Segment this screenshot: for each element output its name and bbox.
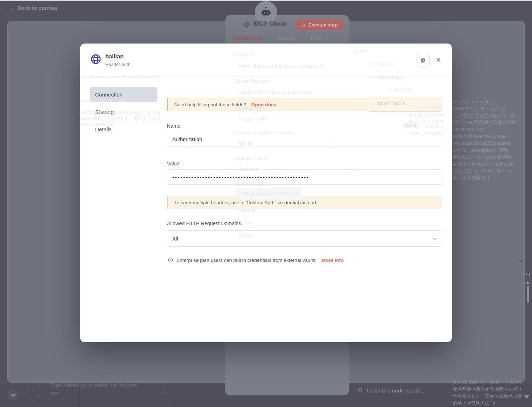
ghost-text: Fixed <box>403 123 419 128</box>
credential-menu-details[interactable]: Details <box>90 122 157 137</box>
scroll-down-arrow-icon[interactable] <box>524 395 529 399</box>
window-top-edge <box>0 0 532 1</box>
ghost-text: Server Transport <box>234 78 271 84</box>
help-notice-text: Need help filling out these fields? <box>174 102 246 107</box>
bottom-bar-divider <box>79 384 79 407</box>
clipped-item-count: em <box>523 271 530 277</box>
credential-edit-modal: bailian Header Auth × ConnectionSharingD… <box>80 44 452 342</box>
json-line: 载无水印视频"\n } <box>453 174 525 181</box>
app-canvas: ← Back to canvas INPUT MappingFrom AI Sc… <box>0 0 532 407</box>
ghost-text: ≡ response <box>370 61 394 66</box>
credential-menu: ConnectionSharingDetails <box>90 87 157 139</box>
output-json-fragment-bottom: 女人最顶级的养生就是一个人住#女性智慧 #懒人元气指南 #内容过于真实 #女人一… <box>453 379 522 407</box>
json-line: 智慧人生",\n "usage_tip": "可 <box>453 167 525 174</box>
flask-icon <box>301 22 306 27</box>
chat-input-placeholder: Type message, or press 'up' for prev one <box>50 381 145 397</box>
ghost-text: Expression <box>422 124 444 129</box>
enterprise-footer: Enterprise plan users can pull in creden… <box>168 257 344 263</box>
json-line: e=0",\n "description": "视频 <box>453 147 525 153</box>
node-feedback-placeholder: I wish this node would... <box>367 387 424 394</box>
json-line: 容过于真实 #女人一定要活成 <box>453 160 525 167</box>
node-title: MCP Client <box>254 20 286 28</box>
open-docs-link[interactable]: Open docs <box>251 102 277 107</box>
multiple-headers-notice: To send multiple headers, use a "Custom … <box>167 196 442 209</box>
ghost-text: Tools to Include <box>234 156 268 161</box>
globe-icon <box>90 53 102 65</box>
modal-header-divider <box>80 77 452 77</box>
ghost-text: ∨ ◇ response[0] <box>368 74 404 80</box>
json-line: 女性智慧 #懒人元气指南 #内容过 <box>453 386 522 392</box>
lightbulb-icon <box>357 388 363 395</box>
back-to-canvas-link[interactable]: Back to canvas <box>17 5 57 11</box>
ghost-text: Endpoint <box>234 52 253 57</box>
external-link-icon: ↗ <box>325 36 328 41</box>
json-line: cess",\n "video_id": <box>453 98 525 105</box>
ghost-text: T type text <box>389 87 412 92</box>
close-modal-icon[interactable]: × <box>436 56 441 64</box>
ghost-text: 女人最顶级的养生 <box>409 112 450 119</box>
credential-name-title: bailian <box>105 53 124 60</box>
json-line: 女人最顶级的养生就是一个人住# <box>453 379 522 386</box>
send-message-icon[interactable] <box>159 388 167 396</box>
user-avatar[interactable]: uc <box>7 389 19 400</box>
name-field-label: Name <box>167 123 180 129</box>
json-line: 249403",\n "title": "女人最 <box>453 105 525 112</box>
execute-step-button[interactable]: Execute step <box>296 19 343 30</box>
ghost-text: https://dashscope.aliyuncs.com/api/v1/mc… <box>239 63 324 69</box>
json-line: 的样子 #智慧人生",\n <box>453 399 522 406</box>
scroll-up-arrow-icon[interactable] <box>525 281 530 284</box>
name-field-input[interactable]: Authorization <box>167 132 442 147</box>
node-feedback-row[interactable]: I wish this node would... <box>348 383 452 407</box>
mcp-client-node-icon <box>242 20 251 29</box>
value-field-label: Value <box>167 161 180 166</box>
ghost-text: 南 #内容过于真实 <box>409 119 450 126</box>
node-tabs: ParametersSettingsDocs↗ <box>233 35 329 41</box>
help-notice: Need help filling out these fields? Open… <box>167 98 442 111</box>
json-line: ssdk.com/aweme/v1/play/? <box>453 133 525 140</box>
node-tab-parameters[interactable]: Parameters <box>233 35 261 41</box>
ghost-text: Server Sent Events (Deprecated) <box>239 90 311 95</box>
trash-icon <box>420 58 426 64</box>
credential-type-subtitle: Header Auth <box>105 62 131 67</box>
domains-select-value: All <box>172 236 178 242</box>
ghost-text: 1 item <box>355 49 367 54</box>
ghost-text: get_douyin_download_link <box>242 190 299 196</box>
execute-step-label: Execute step <box>308 22 337 28</box>
credential-menu-sharing[interactable]: Sharing <box>90 104 157 119</box>
ghost-text: ∨ <box>351 116 354 122</box>
robot-icon <box>260 6 272 18</box>
info-icon <box>168 257 173 263</box>
enterprise-footer-text: Enterprise plan users can pull in creden… <box>176 258 316 263</box>
json-line: #女人一定要活成自己喜欢的样 <box>453 119 525 126</box>
json-line: 个人住#女性智慧 #懒人元气指 <box>453 112 525 119</box>
node-tab-docs[interactable]: Docs↗ <box>311 35 328 41</box>
json-line: 0000d1e059vog65jdjocams <box>453 140 525 147</box>
delete-credential-button[interactable] <box>416 54 430 67</box>
chevron-down-icon <box>433 235 437 240</box>
domains-select[interactable]: All <box>167 230 442 247</box>
ghost-text: Header Auth <box>239 116 266 122</box>
node-tab-settings[interactable]: Settings <box>277 35 295 41</box>
scrollbar-thumb[interactable] <box>527 286 529 303</box>
more-info-link[interactable]: More info <box>322 258 344 263</box>
credential-menu-connection[interactable]: Connection <box>90 87 157 102</box>
value-field-input[interactable]: ••••••••••••••••••••••••••••••••••••••••… <box>167 169 442 185</box>
output-json-fragment: cess",\n "video_id":249403",\n "title": … <box>453 98 525 182</box>
json-line: 于真实 #女人一定要活成自己喜欢 <box>453 392 522 399</box>
back-arrow-icon[interactable]: ← <box>9 4 16 12</box>
json-line: "download_url": <box>453 126 525 133</box>
json-line: 养生就是一个人住#女性智慧 <box>453 153 525 160</box>
domains-field-label: Allowed HTTP Request Domains <box>167 221 241 226</box>
